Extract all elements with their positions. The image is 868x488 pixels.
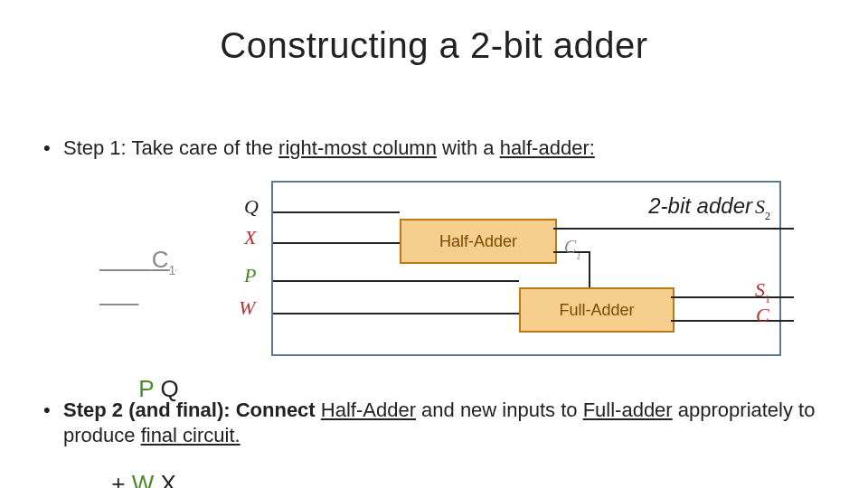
step1-lead: Step 1: Take care of the [63,136,278,159]
input-label-Q: Q [244,195,259,219]
step1-underline-1: right-most column [278,136,437,159]
adder-frame: 2-bit adder Half-Adder C1 Full-Adder [271,181,781,356]
carry-c1: C1 [99,246,176,306]
output-label-S1: S1 [755,278,770,305]
arith-X: X [161,470,176,488]
wire-Q [273,211,400,213]
full-adder-block: Full-Adder [519,287,675,333]
step2-underline-1: Half-Adder [321,399,416,421]
step1-mid: with a [437,136,500,159]
step2-mid1: and new inputs to [416,399,583,421]
diagram-caption: 2-bit adder [648,193,752,219]
step2-underline-2: Full-adder [583,399,673,421]
step2-lead: Step 2 (and final): Connect [63,399,321,421]
output-label-C: C [756,304,769,327]
page-title: Constructing a 2-bit adder [0,25,868,66]
adder-diagram: Q X P W 2-bit adder Half-Adder C1 Full-A… [217,177,787,358]
arith-W: W [132,470,155,488]
arith-plus: + [111,470,125,488]
wire-X [273,242,400,244]
step1-underline-2: half-adder: [500,136,595,159]
input-label-P: P [244,264,256,287]
half-adder-block: Half-Adder [400,219,557,264]
output-label-S2: S2 [755,195,770,221]
bullet-step-1: Step 1: Take care of the right-most colu… [43,136,832,161]
bullet-step-2: Step 2 (and final): Connect Half-Adder a… [43,398,832,447]
wire-P [273,280,519,282]
step2-underline-3: final circuit. [141,424,241,446]
wire-C1-v [589,251,590,287]
wire-C [671,320,794,322]
wire-S2 [553,228,794,230]
input-label-X: X [244,226,256,249]
input-label-W: W [239,296,255,320]
carry-label-C1: C1 [564,237,581,259]
wire-S1 [671,296,794,298]
wire-W [273,313,519,314]
